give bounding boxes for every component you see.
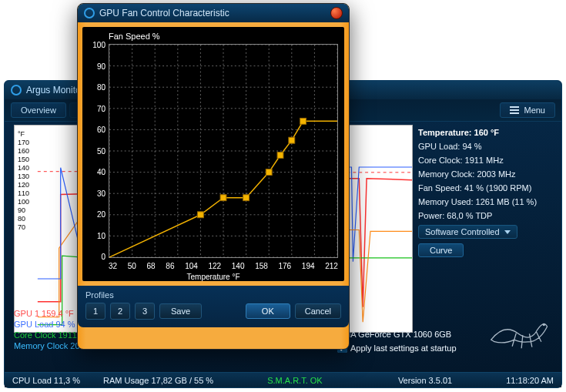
info-temperature: Temperature: 160 °F [418,128,555,137]
apply-at-startup-row[interactable]: Apply last settings at startup [337,343,457,353]
svg-rect-23 [197,212,203,218]
status-ram: RAM Usage 17,82 GB / 55 % [103,376,213,385]
dialog-title: GPU Fan Control Characteristic [99,8,229,18]
chart-ylabel: Fan Speed % [109,32,337,41]
svg-rect-24 [220,195,226,201]
chart-svg-icon [109,45,337,257]
gpu-info-panel: Temperature: 160 °F GPU Load: 94 % Core … [418,128,555,262]
info-mem-used: Memory Used: 1261 MB (11 %) [418,197,555,206]
main-title: Argus Monitor [26,85,84,95]
status-bar: CPU Load 11,3 % RAM Usage 17,82 GB / 55 … [5,372,561,387]
save-button[interactable]: Save [159,303,202,319]
chart-yticks: 10090 8070 6050 4030 2010 0 [84,41,105,261]
chart-plot-area[interactable] [109,44,338,258]
app-logo-icon [11,85,22,95]
info-gpu-load: GPU Load: 94 % [418,142,555,151]
svg-rect-25 [243,195,250,201]
menu-label: Menu [524,106,545,115]
svg-rect-29 [300,118,306,124]
profile-1-button[interactable]: 1 [85,303,105,320]
profiles-label: Profiles [85,290,341,300]
dialog-titlebar[interactable]: GPU Fan Control Characteristic [78,4,349,22]
status-version: Version 3.5.01 [398,376,452,385]
info-power: Power: 68,0 % TDP [418,211,555,220]
svg-rect-27 [277,152,283,159]
dialog-close-button[interactable] [330,7,343,19]
status-smart: S.M.A.R.T. OK [267,376,323,385]
info-fan-speed: Fan Speed: 41 % (1900 RPM) [418,183,555,193]
profile-2-button[interactable]: 2 [110,303,130,320]
dialog-logo-icon [84,8,95,18]
chevron-down-icon [504,230,511,234]
ok-button[interactable]: OK [246,303,290,319]
chart-xticks: 3250 6886 104122 140158 176194 212 [109,262,338,270]
svg-rect-28 [289,137,295,143]
status-time: 11:18:20 AM [506,376,554,385]
tab-overview[interactable]: Overview [11,102,66,118]
svg-rect-26 [266,169,272,176]
fan-mode-value: Software Controlled [425,227,500,236]
cancel-button[interactable]: Cancel [295,303,341,319]
dialog-footer: Profiles 1 2 3 Save OK Cancel [78,286,349,327]
fan-mode-select[interactable]: Software Controlled [418,225,517,239]
curve-button[interactable]: Curve [418,243,464,257]
chart-xlabel: Temperature °F [82,273,344,281]
svg-point-0 [543,323,545,326]
info-core-clock: Core Clock: 1911 MHz [418,156,555,165]
fan-curve-chart: Fan Speed % 10090 8070 6050 4030 2010 0 … [82,27,344,281]
profile-3-button[interactable]: 3 [135,303,155,320]
lizard-logo-icon [483,303,552,350]
menu-button[interactable]: Menu [500,102,555,118]
apply-at-startup-label: Apply last settings at startup [350,343,457,353]
info-mem-clock: Memory Clock: 2003 MHz [418,169,555,179]
fan-curve-dialog: GPU Fan Control Characteristic Fan Speed… [77,3,350,350]
hamburger-icon [510,106,519,114]
status-cpu: CPU Load 11,3 % [12,376,80,385]
